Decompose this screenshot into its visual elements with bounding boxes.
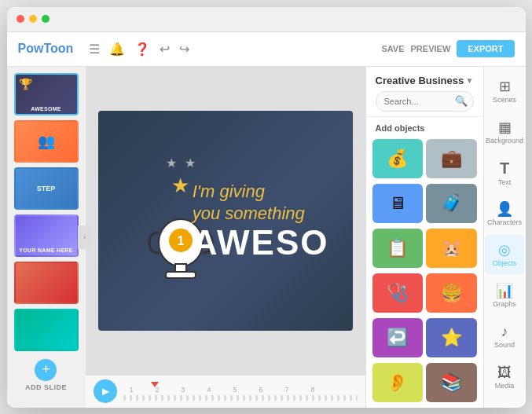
objects-title-row: Creative Business ▼ bbox=[376, 75, 474, 86]
objects-panel-title: Creative Business bbox=[376, 75, 464, 86]
save-button[interactable]: SAVE bbox=[381, 44, 404, 53]
thumb-inner-2: 👥 bbox=[16, 122, 77, 161]
giving-text: I'm givingyou something bbox=[193, 181, 329, 225]
thumb-text-4: YOUR NAME HERE bbox=[16, 247, 77, 253]
timeline-num-3: 3 bbox=[182, 386, 185, 394]
redo-icon[interactable]: ↪ bbox=[179, 42, 189, 57]
timeline-num-4: 4 bbox=[207, 386, 211, 394]
toolbar-icons: ☰ 🔔 ❓ ↩ ↪ bbox=[89, 42, 373, 57]
thumb-icon-1: 🏆 bbox=[19, 78, 32, 90]
obj-card-12[interactable]: 📚 bbox=[426, 363, 477, 402]
toolbar-right: SAVE PREVIEW EXPORT bbox=[381, 40, 514, 57]
dropdown-icon[interactable]: ▼ bbox=[466, 76, 474, 85]
tab-text[interactable]: T Text bbox=[485, 153, 524, 192]
timeline: ▶ 1 2 3 4 5 6 7 bbox=[86, 375, 365, 408]
obj-card-4[interactable]: 🧳 bbox=[426, 184, 477, 223]
timeline-marker bbox=[151, 382, 159, 387]
timeline-num-6: 6 bbox=[259, 386, 263, 394]
star-center: ★ bbox=[171, 174, 189, 197]
tab-media[interactable]: 🖼 Media bbox=[485, 357, 524, 397]
objects-header: Creative Business ▼ 🔍 bbox=[366, 67, 483, 117]
timeline-num-7: 7 bbox=[285, 386, 289, 394]
canvas-content-text: I'm givingyou something AWESO bbox=[193, 181, 329, 260]
right-section: Creative Business ▼ 🔍 Add objects 💰 💼 🖥 … bbox=[365, 67, 526, 408]
scenes-icon: ⊞ bbox=[499, 78, 511, 95]
background-label: Background bbox=[486, 137, 523, 145]
play-button[interactable]: ▶ bbox=[94, 379, 117, 403]
preview-button[interactable]: PREVIEW bbox=[411, 44, 451, 53]
app-logo: PowToon bbox=[18, 42, 74, 56]
tab-scenes[interactable]: ⊞ Scenes bbox=[485, 71, 524, 111]
add-slide-icon[interactable]: + bbox=[35, 359, 57, 381]
objects-panel: Creative Business ▼ 🔍 Add objects 💰 💼 🖥 … bbox=[365, 67, 483, 408]
slide-thumb-6[interactable] bbox=[14, 309, 79, 351]
thumb-inner-3: STEP bbox=[16, 169, 77, 208]
tab-characters[interactable]: 👤 Characters bbox=[485, 194, 524, 233]
slide-thumb-2[interactable]: 👥 bbox=[14, 120, 79, 163]
tab-background[interactable]: ▦ Background bbox=[485, 112, 524, 152]
notification-icon[interactable]: 🔔 bbox=[109, 42, 125, 57]
obj-card-3[interactable]: 🖥 bbox=[372, 184, 424, 223]
scenes-label: Scenes bbox=[493, 97, 516, 104]
timeline-num-1: 1 bbox=[130, 386, 134, 394]
svg-text:1: 1 bbox=[177, 234, 184, 247]
sound-icon: ♪ bbox=[501, 324, 508, 340]
graphs-icon: 📊 bbox=[496, 282, 513, 299]
tab-sound[interactable]: ♪ Sound bbox=[485, 317, 524, 356]
slide-thumb-3[interactable]: STEP bbox=[14, 167, 79, 210]
slide-canvas[interactable]: ★ ★ ★ 1 bbox=[98, 111, 353, 331]
canvas-stage: ★ ★ ★ 1 bbox=[86, 67, 365, 375]
collapse-button[interactable]: › bbox=[78, 225, 92, 249]
add-objects-label: Add objects bbox=[366, 117, 483, 136]
slide-thumb-4[interactable]: YOUR NAME HERE bbox=[14, 214, 79, 257]
add-slide[interactable]: + ADD SLIDE bbox=[25, 359, 67, 391]
obj-card-1[interactable]: 💰 bbox=[372, 139, 424, 178]
slide-thumb-1[interactable]: 🏆 AWESOME bbox=[14, 73, 79, 115]
obj-card-10[interactable]: ⭐ bbox=[426, 318, 477, 357]
minimize-button[interactable] bbox=[29, 15, 37, 23]
timeline-ruler bbox=[123, 382, 358, 386]
obj-card-7[interactable]: 🩺 bbox=[372, 273, 424, 313]
timeline-num-8: 8 bbox=[311, 386, 315, 394]
obj-card-11[interactable]: 👂 bbox=[372, 363, 424, 402]
undo-icon[interactable]: ↩ bbox=[160, 42, 170, 57]
sound-label: Sound bbox=[494, 342, 515, 349]
objects-icon: ◎ bbox=[498, 241, 511, 258]
play-icon: ▶ bbox=[102, 386, 109, 397]
media-icon: 🖼 bbox=[497, 365, 512, 381]
obj-card-8[interactable]: 🍔 bbox=[426, 273, 477, 313]
help-icon[interactable]: ❓ bbox=[134, 42, 150, 57]
canvas-area: ★ ★ ★ 1 bbox=[86, 67, 365, 408]
stars-row: ★ ★ bbox=[166, 156, 196, 170]
app-window: PowToon ☰ 🔔 ❓ ↩ ↪ SAVE PREVIEW EXPORT 🏆 … bbox=[7, 7, 526, 408]
background-icon: ▦ bbox=[498, 119, 512, 136]
timeline-wave bbox=[123, 395, 358, 401]
slide-thumb-5[interactable] bbox=[14, 262, 79, 304]
title-bar bbox=[7, 7, 526, 32]
svg-rect-4 bbox=[166, 272, 196, 278]
characters-icon: 👤 bbox=[496, 200, 513, 218]
main-content: 🏆 AWESOME 👥 STEP YOUR NAME HERE bbox=[7, 67, 526, 408]
marker-arrow bbox=[151, 382, 159, 387]
menu-icon[interactable]: ☰ bbox=[89, 42, 100, 57]
window-controls bbox=[17, 15, 50, 23]
close-button[interactable] bbox=[17, 15, 24, 23]
tab-objects[interactable]: ◎ Objects bbox=[485, 235, 524, 274]
side-tabs: ⊞ Scenes ▦ Background T Text 👤 Character… bbox=[483, 67, 526, 408]
maximize-button[interactable] bbox=[42, 15, 50, 23]
objects-label: Objects bbox=[493, 260, 517, 267]
obj-card-2[interactable]: 💼 bbox=[426, 139, 477, 178]
timeline-track[interactable]: 1 2 3 4 5 6 7 8 bbox=[123, 382, 358, 401]
obj-card-6[interactable]: 🐹 bbox=[426, 229, 477, 268]
star-1: ★ bbox=[166, 156, 177, 170]
export-button[interactable]: EXPORT bbox=[457, 40, 514, 57]
text-icon: T bbox=[500, 159, 509, 178]
tab-graphs[interactable]: 📊 Graphs bbox=[485, 276, 524, 315]
obj-card-5[interactable]: 📋 bbox=[372, 229, 424, 268]
search-wrap: 🔍 bbox=[376, 91, 474, 112]
obj-card-9[interactable]: ↩️ bbox=[372, 318, 424, 357]
media-label: Media bbox=[495, 383, 515, 390]
add-slide-label: ADD SLIDE bbox=[25, 383, 67, 391]
characters-label: Characters bbox=[487, 219, 522, 226]
awesome-text: AWESO bbox=[193, 225, 329, 260]
